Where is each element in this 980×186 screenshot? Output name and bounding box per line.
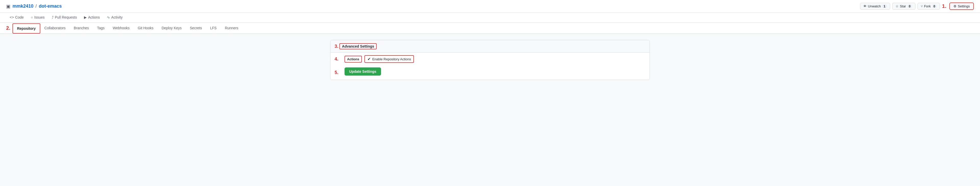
nav-pull-requests[interactable]: ⤴ Pull Requests — [48, 13, 80, 22]
annotation-3: 3. — [334, 44, 339, 49]
annotation-4: 4. — [331, 57, 339, 62]
nav-issues-label: Issues — [34, 15, 45, 19]
main-content: 3. Advanced Settings 4. Actions ✔ Enable… — [324, 34, 656, 90]
activity-icon: ∿ — [107, 15, 110, 19]
tab-tags[interactable]: Tags — [93, 24, 109, 33]
issues-icon: ○ — [31, 15, 33, 19]
settings-icon: ⚙ — [953, 4, 956, 8]
nav-code[interactable]: <> Code — [6, 13, 27, 22]
enable-actions-label: Enable Repository Actions — [372, 57, 411, 61]
header-actions: 👁 Unwatch 1 ☆ Star 0 ⑂ Fork 0 1. ⚙ Setti… — [860, 3, 974, 10]
update-settings-button[interactable]: Update Settings — [345, 68, 381, 76]
tab-runners[interactable]: Runners — [221, 24, 242, 33]
settings-button[interactable]: ⚙ Settings — [950, 3, 974, 10]
fork-count: 0 — [932, 5, 937, 8]
eye-icon: 👁 — [863, 4, 867, 8]
nav-pr-label: Pull Requests — [55, 15, 77, 19]
annotation-1: 1. — [942, 3, 946, 9]
tab-deploy-keys[interactable]: Deploy Keys — [158, 24, 186, 33]
tab-repository[interactable]: Repository — [13, 24, 40, 33]
star-count: 0 — [907, 5, 912, 8]
fork-button[interactable]: ⑂ Fork 0 — [918, 3, 940, 9]
update-row: 5. Update Settings — [331, 65, 649, 80]
unwatch-count: 1 — [882, 5, 887, 8]
tab-branches[interactable]: Branches — [70, 24, 93, 33]
annotation-2: 2. — [6, 23, 11, 33]
code-icon: <> — [10, 15, 14, 19]
actions-content: Actions ✔ Enable Repository Actions — [340, 53, 418, 65]
nav-activity-label: Activity — [111, 15, 123, 19]
settings-tabs-row: 2. Repository Collaborators Branches Tag… — [0, 23, 980, 34]
fork-icon: ⑂ — [921, 4, 923, 8]
section-header: 3. Advanced Settings — [331, 40, 649, 53]
tab-webhooks[interactable]: Webhooks — [109, 24, 134, 33]
enable-actions-checkbox[interactable]: ✔ Enable Repository Actions — [364, 55, 414, 63]
actions-row: 4. Actions ✔ Enable Repository Actions — [331, 53, 649, 65]
star-icon: ☆ — [896, 4, 899, 8]
star-label: Star — [900, 4, 906, 8]
repo-separator: / — [35, 3, 37, 9]
unwatch-button[interactable]: 👁 Unwatch 1 — [860, 3, 890, 9]
tab-lfs[interactable]: LFS — [206, 24, 221, 33]
repo-name-link[interactable]: dot-emacs — [39, 3, 62, 9]
actions-label: Actions — [345, 56, 362, 63]
star-button[interactable]: ☆ Star 0 — [892, 3, 915, 9]
annotation-5: 5. — [331, 70, 339, 75]
pr-icon: ⤴ — [52, 15, 54, 19]
tab-collaborators[interactable]: Collaborators — [40, 24, 70, 33]
repo-title: ▣ mmk2410 / dot-emacs — [6, 3, 62, 9]
tab-git-hooks[interactable]: Git Hooks — [134, 24, 158, 33]
actions-icon: ▶ — [84, 15, 87, 19]
settings-label: Settings — [958, 4, 970, 8]
advanced-settings-box: 3. Advanced Settings 4. Actions ✔ Enable… — [330, 40, 650, 80]
repo-icon: ▣ — [6, 3, 11, 9]
unwatch-label: Unwatch — [868, 4, 881, 8]
fork-label: Fork — [924, 4, 931, 8]
nav-bar: <> Code ○ Issues ⤴ Pull Requests ▶ Actio… — [0, 13, 980, 23]
nav-code-label: Code — [15, 15, 24, 19]
section-title: Advanced Settings — [339, 43, 377, 49]
tab-secrets[interactable]: Secrets — [186, 24, 206, 33]
nav-issues[interactable]: ○ Issues — [27, 13, 48, 22]
nav-activity[interactable]: ∿ Activity — [103, 13, 126, 22]
nav-actions[interactable]: ▶ Actions — [80, 13, 103, 22]
repo-owner-link[interactable]: mmk2410 — [13, 3, 33, 9]
nav-actions-label: Actions — [88, 15, 100, 19]
top-header: ▣ mmk2410 / dot-emacs 👁 Unwatch 1 ☆ Star… — [0, 0, 980, 13]
checkmark-icon: ✔ — [368, 57, 371, 61]
